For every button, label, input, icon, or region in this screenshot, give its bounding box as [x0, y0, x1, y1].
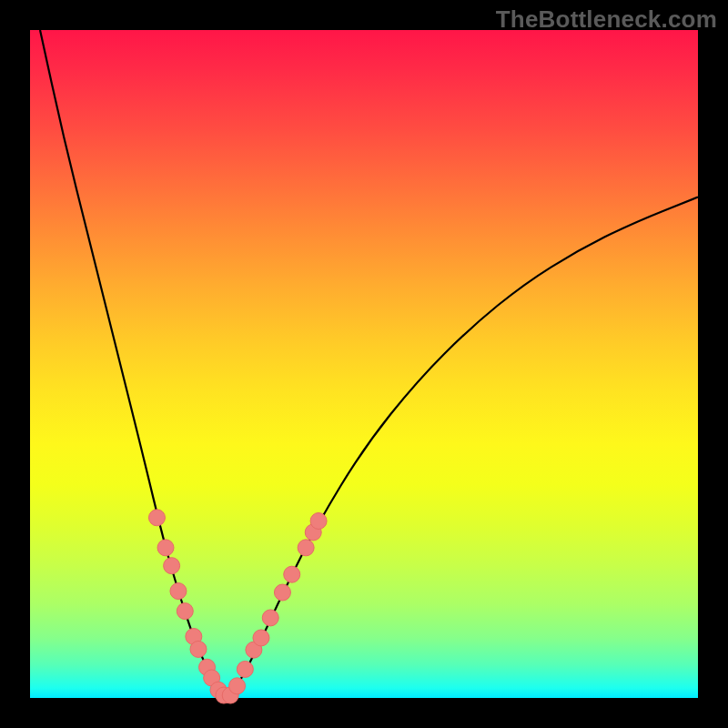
right-curve — [228, 197, 698, 699]
highlight-point — [262, 610, 278, 626]
highlight-markers — [148, 510, 327, 703]
highlight-point — [253, 630, 269, 646]
highlight-point — [170, 583, 187, 600]
watermark-label: TheBottleneck.com — [496, 5, 717, 34]
highlight-point — [164, 558, 180, 574]
left-curve — [40, 30, 228, 698]
highlight-point — [177, 603, 193, 620]
highlight-point — [190, 641, 207, 657]
highlight-point — [237, 661, 253, 677]
highlight-point — [229, 678, 246, 694]
curve-layer — [40, 30, 698, 698]
chart-svg — [30, 30, 698, 698]
highlight-point — [310, 512, 327, 529]
highlight-point — [298, 540, 314, 556]
highlight-point — [274, 584, 290, 601]
highlight-point — [284, 566, 300, 582]
highlight-point — [157, 540, 174, 556]
chart-frame: TheBottleneck.com — [0, 0, 728, 728]
highlight-point — [148, 510, 165, 526]
